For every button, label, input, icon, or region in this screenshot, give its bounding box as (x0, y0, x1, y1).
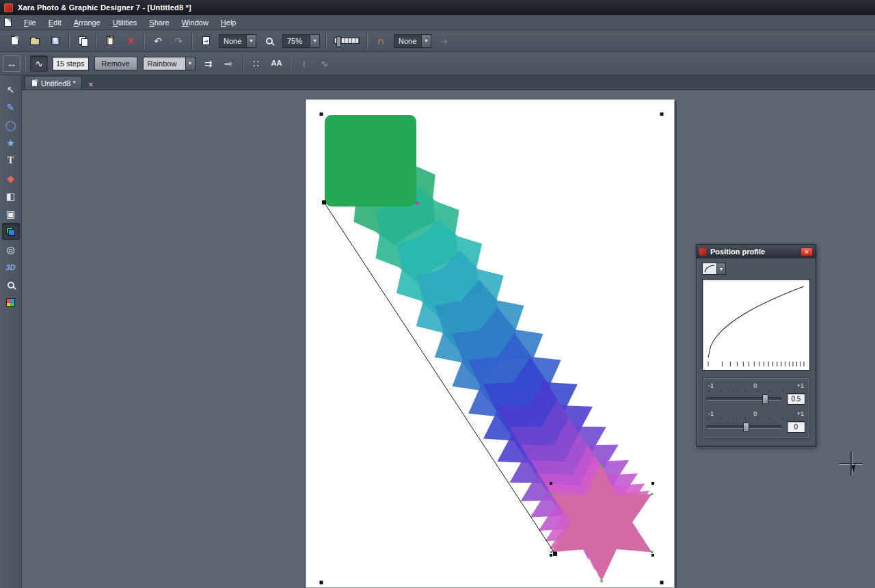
fill-icon: ◆ (7, 173, 14, 184)
profile-preset-dropdown[interactable]: ▼ (702, 263, 810, 275)
color-effect-dropdown[interactable]: Rainbow ▼ (143, 57, 196, 70)
extrude-3d-tool[interactable]: 3D (2, 258, 20, 276)
fill-tool[interactable]: ◆ (2, 170, 20, 187)
zoom-level-dropdown[interactable]: 75% ▼ (282, 34, 320, 48)
slider1-scale (708, 390, 804, 392)
node-dot[interactable] (651, 493, 653, 495)
object-handle[interactable] (550, 482, 552, 485)
map-nodes-button[interactable]: ∷ (247, 55, 265, 72)
delete-button[interactable]: × (122, 33, 139, 49)
slider1-value[interactable]: 0.5 (787, 393, 805, 405)
contour-tool[interactable]: ◎ (2, 241, 20, 258)
profile-curve (708, 286, 804, 358)
window-title: Xara Photo & Graphic Designer 7 - [Untit… (18, 3, 191, 12)
profile-sliders-panel: -1 0 +1 0.5 -1 0 (702, 377, 810, 439)
object-handle[interactable] (651, 554, 654, 557)
main-toolbar: × ↶ ↷ None ▼ 75% ▼ ∩ None ▼ ➔ (0, 30, 875, 52)
selector-tool[interactable]: ↖ (2, 81, 20, 98)
redo-button[interactable]: ↷ (170, 33, 187, 49)
toolbar-dock-button[interactable]: ↔ (3, 55, 21, 72)
slider2-min-label: -1 (708, 410, 714, 417)
photo-tool[interactable] (2, 294, 20, 311)
undo-icon: ↶ (154, 36, 162, 46)
blend-tool[interactable] (2, 223, 20, 240)
apply-arrow-button[interactable]: ➔ (435, 33, 453, 49)
object-handle[interactable] (550, 554, 552, 557)
tab-close-button[interactable]: × (86, 80, 96, 90)
menu-arrange[interactable]: Arrange (68, 16, 107, 29)
slider2-thumb[interactable] (743, 423, 749, 432)
new-document-button[interactable] (5, 33, 23, 49)
attribute-profile-button[interactable]: ⇨ (220, 55, 238, 72)
position-profile-icon: ⇉ (204, 59, 213, 68)
chevron-down-icon[interactable]: ▼ (310, 34, 320, 48)
menu-share[interactable]: Share (143, 16, 175, 29)
blend-start-shape[interactable] (325, 115, 416, 206)
menu-file[interactable]: File (18, 16, 42, 29)
blend-steps-toggle-button[interactable]: ∿ (30, 55, 48, 72)
profile-slider-1[interactable] (707, 397, 781, 401)
slider2-max-label: +1 (797, 410, 804, 417)
text-tool[interactable]: T (2, 152, 20, 169)
antialias-button[interactable]: AA (268, 55, 286, 72)
profile-preset-button[interactable] (702, 263, 717, 275)
separator (68, 34, 70, 49)
node-dot[interactable] (601, 580, 603, 583)
profile-curve-display[interactable] (702, 279, 810, 371)
selection-handle[interactable] (660, 581, 664, 585)
menu-utilities[interactable]: Utilities (107, 16, 143, 29)
shadow-icon: ▣ (6, 209, 15, 219)
text-icon: T (8, 155, 14, 166)
menu-edit[interactable]: Edit (42, 16, 68, 29)
quickshape-tool[interactable]: ★ (2, 134, 20, 151)
feather-slider-icon (334, 38, 360, 44)
slider2-value[interactable]: 0 (787, 421, 805, 433)
selection-handle[interactable] (660, 113, 664, 116)
profile-slider-2[interactable] (707, 425, 781, 429)
save-button[interactable] (46, 33, 64, 49)
path-end-handle[interactable] (553, 552, 557, 556)
selection-handle[interactable] (320, 113, 323, 116)
node-dot[interactable] (651, 551, 653, 553)
export-button[interactable] (197, 33, 215, 49)
remove-blend-button[interactable]: Remove (94, 57, 137, 70)
tab-label: Untitled8 * (41, 79, 76, 88)
fill-style-dropdown[interactable]: None ▼ (219, 34, 256, 48)
ellipse-tool[interactable]: ◯ (2, 116, 20, 133)
snap-magnet-button[interactable]: ∩ (372, 33, 390, 49)
node-dot[interactable] (550, 551, 552, 553)
zoom-tool[interactable] (2, 276, 20, 293)
position-profile-dialog[interactable]: Position profile × ▼ -1 0 +1 (696, 244, 816, 446)
feather-dropdown[interactable]: None ▼ (394, 34, 431, 48)
chevron-down-icon[interactable]: ▼ (185, 57, 196, 70)
transparency-tool[interactable]: ◧ (2, 187, 20, 204)
document-tab[interactable]: Untitled8 * (25, 76, 82, 90)
undo-button[interactable]: ↶ (149, 33, 167, 49)
menu-window[interactable]: Window (176, 16, 215, 29)
object-handle[interactable] (651, 482, 654, 485)
slider1-thumb[interactable] (762, 395, 768, 404)
selection-handle[interactable] (320, 581, 323, 585)
copy-button[interactable] (74, 33, 92, 49)
node-dot[interactable] (550, 493, 552, 495)
menu-help[interactable]: Help (215, 16, 243, 29)
freehand-tool[interactable]: ✎ (2, 98, 20, 116)
chevron-down-icon[interactable]: ▼ (717, 263, 726, 275)
blend-steps-input[interactable]: 15 steps (52, 57, 89, 70)
blend-along-curve-button[interactable]: ≀ (295, 55, 313, 72)
detach-curve-button[interactable]: ∿ (316, 55, 334, 72)
position-profile-button[interactable]: ⇉ (200, 55, 217, 72)
star-icon: ★ (6, 137, 15, 148)
open-button[interactable] (26, 33, 44, 49)
zoom-tool-button[interactable] (260, 33, 278, 49)
shadow-tool[interactable]: ▣ (2, 205, 20, 222)
dialog-title-bar[interactable]: Position profile × (697, 245, 816, 258)
dialog-close-button[interactable]: × (800, 248, 813, 256)
paste-button[interactable] (101, 33, 119, 49)
node-dot[interactable] (601, 464, 603, 466)
document-icon[interactable] (4, 18, 12, 27)
path-end-handle[interactable] (322, 200, 326, 204)
feather-slider[interactable] (331, 33, 362, 49)
chevron-down-icon[interactable]: ▼ (246, 34, 256, 48)
chevron-down-icon[interactable]: ▼ (421, 34, 431, 48)
